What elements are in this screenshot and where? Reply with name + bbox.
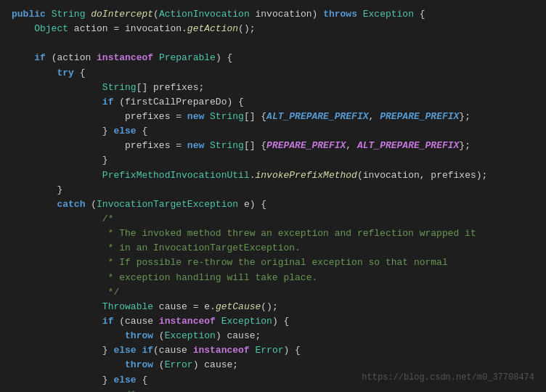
line-23: throw (Exception) cause; bbox=[12, 329, 534, 343]
line-10: prefixes = new String[] {PREPARE_PREFIX,… bbox=[12, 139, 534, 153]
line-1: public String doIntercept(ActionInvocati… bbox=[12, 7, 534, 22]
watermark: https://blog.csdn.net/m0_37708474 bbox=[362, 371, 534, 385]
line-24: } else if(cause instanceof Error) { bbox=[12, 343, 534, 358]
line-27: /* bbox=[12, 388, 534, 392]
line-6: String[] prefixes; bbox=[12, 81, 534, 95]
line-8: prefixes = new String[] {ALT_PREPARE_PRE… bbox=[12, 110, 534, 124]
line-19: * exception handling will take place. bbox=[12, 271, 534, 285]
line-9: } else { bbox=[12, 124, 534, 139]
line-16: * The invoked method threw an exception … bbox=[12, 226, 534, 241]
line-5: try { bbox=[12, 66, 534, 81]
line-7: if (firstCallPrepareDo) { bbox=[12, 95, 534, 110]
line-13: } bbox=[12, 183, 534, 197]
line-3 bbox=[12, 36, 534, 51]
line-12: PrefixMethodInvocationUtil.invokePrefixM… bbox=[12, 168, 534, 183]
line-4: if (action instanceof Preparable) { bbox=[12, 51, 534, 65]
line-2: Object action = invocation.getAction(); bbox=[12, 22, 534, 36]
line-18: * If possible re-throw the original exce… bbox=[12, 256, 534, 270]
line-17: * in an InvocationTargetException. bbox=[12, 241, 534, 256]
line-11: } bbox=[12, 153, 534, 168]
line-20: */ bbox=[12, 285, 534, 300]
line-15: /* bbox=[12, 212, 534, 226]
code-viewer: public String doIntercept(ActionInvocati… bbox=[0, 0, 546, 392]
line-21: Throwable cause = e.getCause(); bbox=[12, 300, 534, 314]
line-14: catch (InvocationTargetException e) { bbox=[12, 197, 534, 212]
line-22: if (cause instanceof Exception) { bbox=[12, 314, 534, 329]
